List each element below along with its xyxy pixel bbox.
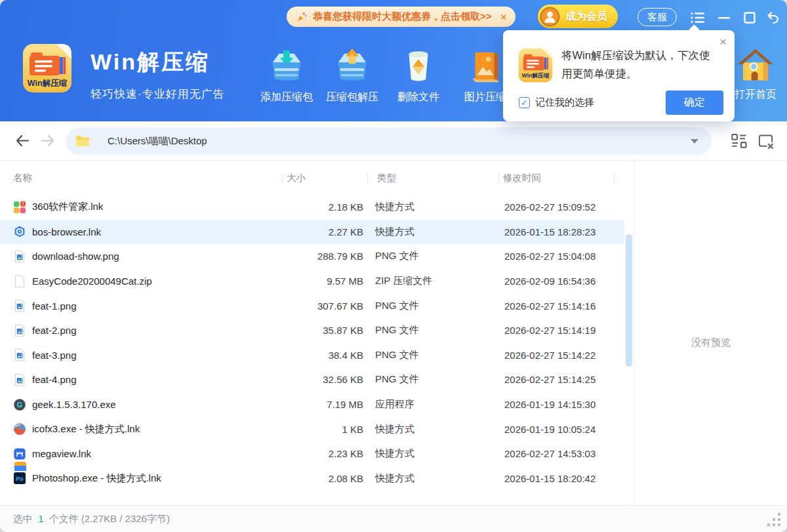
file-size: 32.56 KB xyxy=(282,374,365,385)
file-name: icofx3.exe - 快捷方式.lnk xyxy=(32,423,140,436)
partially-visible-file-icon xyxy=(14,462,26,471)
file-size: 1 KB xyxy=(282,424,365,435)
popup-close-icon[interactable]: × xyxy=(719,35,727,48)
become-member-label: 成为会员 xyxy=(565,10,607,24)
toolbar-delete-files-label: 删除文件 xyxy=(384,91,453,104)
file-size: 2.08 KB xyxy=(282,473,365,484)
main-menu-button[interactable] xyxy=(690,10,706,26)
undo-arrow-button[interactable] xyxy=(765,10,781,26)
column-divider[interactable] xyxy=(282,173,283,183)
forward-button[interactable] xyxy=(40,133,56,149)
archive-add-icon xyxy=(266,46,307,87)
toolbar-add-archive-button[interactable]: 添加压缩包 xyxy=(252,46,321,104)
photoshop-file-icon: Ps xyxy=(13,472,26,485)
file-size: 2.18 KB xyxy=(282,201,365,213)
file-modified: 2026-02-27 15:14:19 xyxy=(500,325,624,336)
promo-banner-text[interactable]: 恭喜您获得限时大额优惠券，点击领取>> xyxy=(313,10,492,23)
file-size: 2.23 KB xyxy=(282,448,365,459)
table-row[interactable]: bos-browser.lnk2.27 KB快捷方式2026-01-15 18:… xyxy=(0,220,624,245)
table-row[interactable]: download-show.png288.79 KBPNG 文件2026-02-… xyxy=(0,244,624,269)
home-icon xyxy=(737,46,775,83)
column-header-name[interactable]: 名称 xyxy=(13,172,32,184)
avatar-icon xyxy=(540,7,560,27)
app-logo-icon: Win解压缩 xyxy=(22,43,72,93)
toolbar-delete-files-button[interactable]: 删除文件 xyxy=(384,46,453,104)
file-modified: 2026-02-27 15:14:22 xyxy=(500,350,624,361)
table-row[interactable]: megaview.lnk2.23 KB快捷方式2026-02-27 14:53:… xyxy=(0,441,624,466)
app-subtitle: 轻巧快速·专业好用无广告 xyxy=(91,87,225,102)
toolbar-add-archive-label: 添加压缩包 xyxy=(252,91,321,104)
table-row[interactable]: EasyCode20200049Cat.zip9.57 MBZIP 压缩文件20… xyxy=(0,269,624,294)
column-divider[interactable] xyxy=(498,173,499,183)
vertical-scrollbar[interactable] xyxy=(626,234,632,367)
svg-text:Win解压缩: Win解压缩 xyxy=(522,72,550,79)
file-type: 快捷方式 xyxy=(365,201,500,213)
path-dropdown-icon[interactable] xyxy=(691,139,698,144)
icofx-file-icon xyxy=(13,422,26,436)
selection-summary: 选中 1 个文件 (2.27KB / 2326字节) xyxy=(13,513,170,525)
promo-banner-close-icon[interactable]: × xyxy=(501,11,507,22)
svg-text:G: G xyxy=(17,401,23,409)
table-row[interactable]: feat-1.png307.67 KBPNG 文件2026-02-27 15:1… xyxy=(0,293,624,318)
file-modified: 2026-02-27 14:53:03 xyxy=(500,448,624,459)
svg-text:1: 1 xyxy=(22,201,24,205)
table-row[interactable]: 1360软件管家.lnk2.18 KB快捷方式2026-02-27 15:09:… xyxy=(0,195,624,220)
geek-file-icon: G xyxy=(13,398,26,411)
remember-checkbox[interactable]: ✓ xyxy=(519,97,530,108)
toolbar-extract-archive-button[interactable]: 压缩包解压 xyxy=(318,46,386,104)
column-header-type[interactable]: 类型 xyxy=(377,172,396,184)
file-type: ZIP 压缩文件 xyxy=(365,275,500,287)
column-divider[interactable] xyxy=(614,173,615,183)
file-name: feat-3.png xyxy=(32,350,77,361)
popup-app-logo-icon: Win解压缩 xyxy=(518,48,553,83)
table-row[interactable]: PsPhotoshop.exe - 快捷方式.lnk2.08 KB快捷方式202… xyxy=(0,466,624,491)
app-window: Win解压缩 Win解压缩 轻巧快速·专业好用无广告 添加压缩包 xyxy=(0,0,787,532)
column-divider[interactable] xyxy=(367,173,368,183)
confirm-button[interactable]: 确定 xyxy=(666,91,723,115)
app-title: Win解压缩 xyxy=(91,47,225,77)
file-name: geek.1.5.3.170.exe xyxy=(32,399,116,410)
become-member-button[interactable]: 成为会员 xyxy=(538,5,618,28)
file-name: bos-browser.lnk xyxy=(32,226,101,237)
path-input[interactable]: C:\Users\喵喵\Desktop xyxy=(66,127,712,155)
table-row[interactable]: feat-4.png32.56 KBPNG 文件2026-02-27 15:14… xyxy=(0,367,624,392)
file-type: 快捷方式 xyxy=(365,472,500,485)
table-row[interactable]: feat-2.png35.87 KBPNG 文件2026-02-27 15:14… xyxy=(0,318,624,343)
view-switch-button[interactable] xyxy=(731,133,748,150)
file-list: 1360软件管家.lnk2.18 KB快捷方式2026-02-27 15:09:… xyxy=(0,195,624,505)
archive-extract-icon xyxy=(332,46,373,87)
minimize-button[interactable] xyxy=(716,10,732,26)
table-row[interactable]: feat-3.png38.4 KBPNG 文件2026-02-27 15:14:… xyxy=(0,343,624,368)
deselect-window-button[interactable] xyxy=(757,133,775,150)
bos-file-icon xyxy=(13,225,26,238)
file-modified: 2026-02-27 15:04:08 xyxy=(500,251,624,262)
maximize-button[interactable] xyxy=(742,10,757,26)
current-path[interactable]: C:\Users\喵喵\Desktop xyxy=(108,135,691,148)
column-header-modified[interactable]: 修改时间 xyxy=(503,172,541,184)
file-type: 快捷方式 xyxy=(365,423,500,436)
file-type: PNG 文件 xyxy=(365,349,500,361)
maximize-icon xyxy=(742,10,757,25)
set-default-popup: × Win解压缩 将Win解压缩设为默认，下次使用更简单便捷。 ✓ 记住我的选择… xyxy=(503,30,735,121)
file-name: feat-4.png xyxy=(32,374,77,385)
file-size: 9.57 MB xyxy=(282,276,365,287)
remember-choice-option[interactable]: ✓ 记住我的选择 xyxy=(519,96,594,109)
promo-banner[interactable]: 恭喜您获得限时大额优惠券，点击领取>> × xyxy=(287,7,515,27)
status-bar: 选中 1 个文件 (2.27KB / 2326字节) xyxy=(0,505,787,532)
minimize-icon xyxy=(717,10,731,25)
customer-service-button[interactable]: 客服 xyxy=(637,8,677,26)
table-row[interactable]: icofx3.exe - 快捷方式.lnk1 KB快捷方式2026-01-19 … xyxy=(0,417,624,441)
file-size: 7.19 MB xyxy=(282,399,365,410)
back-button[interactable] xyxy=(14,133,30,149)
file-size: 288.79 KB xyxy=(282,251,365,262)
png-file-icon xyxy=(13,373,26,386)
folder-icon xyxy=(75,134,91,148)
resize-grip[interactable] xyxy=(763,513,780,527)
png-file-icon xyxy=(13,250,26,263)
table-row[interactable]: Ggeek.1.5.3.170.exe7.19 MB应用程序2026-01-19… xyxy=(0,392,624,417)
column-header-size[interactable]: 大小 xyxy=(287,172,306,184)
file-type: PNG 文件 xyxy=(365,373,500,386)
png-file-icon xyxy=(13,299,26,312)
preview-panel: 没有预览 xyxy=(635,161,787,505)
selected-count: 1 xyxy=(35,513,46,524)
